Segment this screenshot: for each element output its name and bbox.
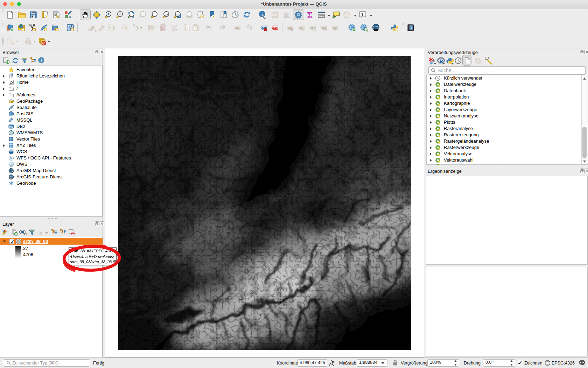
svg-text:i: i <box>261 12 263 17</box>
svg-text:T: T <box>361 12 364 17</box>
svg-text:Σ: Σ <box>307 11 313 19</box>
svg-text:DB2: DB2 <box>9 126 14 128</box>
svg-text:abc: abc <box>235 27 239 29</box>
svg-text:abc: abc <box>322 27 326 29</box>
svg-text:ε: ε <box>37 229 40 234</box>
svg-text:abc: abc <box>273 27 277 29</box>
svg-text:a: a <box>69 14 71 19</box>
svg-text:1:1: 1:1 <box>164 13 168 16</box>
svg-text:?: ? <box>410 26 412 29</box>
svg-text:i: i <box>41 58 42 63</box>
